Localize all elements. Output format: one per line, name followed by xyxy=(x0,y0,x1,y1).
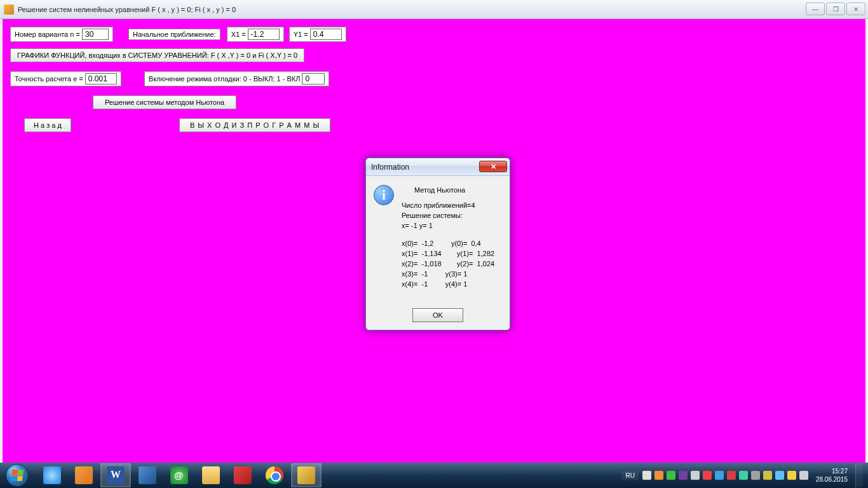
window-titlebar: Решение систем нелинейных уравнений F ( … xyxy=(0,0,868,19)
dialog-footer: OK xyxy=(366,303,510,330)
precision-input[interactable] xyxy=(85,73,117,85)
shield-icon xyxy=(234,466,252,484)
taskbar-item-security[interactable] xyxy=(227,463,258,487)
x1-input[interactable] xyxy=(248,29,280,40)
debug-label-text: Включение режима отладки: 0 - ВЫКЛ; 1 - … xyxy=(149,75,301,83)
precision-label: Точность расчета e = xyxy=(10,71,121,86)
tray-icons[interactable] xyxy=(642,471,808,480)
tray-icon[interactable] xyxy=(703,471,712,480)
minimize-button[interactable]: — xyxy=(806,3,825,15)
close-window-button[interactable]: ✕ xyxy=(846,3,865,15)
variant-label-text: Номер варианта n = xyxy=(15,30,80,38)
start-button[interactable] xyxy=(1,463,33,487)
debug-input[interactable] xyxy=(302,73,325,85)
app-icon xyxy=(4,4,14,15)
variant-label: Номер варианта n = xyxy=(10,27,113,42)
media-player-icon xyxy=(75,466,93,484)
tray-icon[interactable] xyxy=(799,471,808,480)
volume-icon xyxy=(139,466,156,484)
tray-icon[interactable] xyxy=(787,471,796,480)
dialog-titlebar[interactable]: Information ✕ xyxy=(366,158,510,176)
variant-input[interactable] xyxy=(82,29,109,40)
folder-icon xyxy=(202,466,220,484)
iteration-list: x(0)= -1,2 y(0)= 0,4 x(1)= -1,134 y(1)= … xyxy=(402,238,494,289)
taskbar-item-explorer[interactable] xyxy=(196,463,226,487)
taskbar-item-ie[interactable] xyxy=(37,463,67,487)
tray-icon[interactable] xyxy=(763,471,772,480)
chrome-icon xyxy=(266,466,283,484)
window-controls: — ❐ ✕ xyxy=(806,3,865,15)
dialog-close-button[interactable]: ✕ xyxy=(479,161,507,172)
maximize-button[interactable]: ❐ xyxy=(826,3,845,15)
clock-date: 28.06.2015 xyxy=(816,475,848,484)
method-title: Метод Ньютона xyxy=(414,185,494,195)
tray-icon[interactable] xyxy=(642,471,651,480)
info-icon: i xyxy=(374,185,394,205)
taskbar-item-mail[interactable] xyxy=(164,463,194,487)
tray-icon[interactable] xyxy=(715,471,724,480)
iteration-count: Число приближений=4 xyxy=(402,200,494,210)
windows-logo-icon xyxy=(11,470,24,481)
ie-icon xyxy=(43,466,61,484)
y1-label: Y1 = xyxy=(289,27,346,42)
show-desktop-button[interactable] xyxy=(855,463,863,487)
y1-label-text: Y1 = xyxy=(294,30,308,38)
tray-icon[interactable] xyxy=(739,471,748,480)
dialog-title: Information xyxy=(371,163,409,172)
taskbar-item-delphi[interactable] xyxy=(291,463,322,487)
dialog-content: Метод Ньютона Число приближений=4 Решени… xyxy=(402,185,494,289)
graphs-button[interactable]: ГРАФИКИ ФУНКЦИЙ, входящих в СИСТЕМУ УРАВ… xyxy=(10,48,304,62)
taskbar-item-media[interactable] xyxy=(69,463,99,487)
solution-values: x= -1 y= 1 xyxy=(402,220,494,231)
tray-icon[interactable] xyxy=(679,471,688,480)
y1-input[interactable] xyxy=(310,29,342,40)
tray-icon[interactable] xyxy=(727,471,736,480)
delphi-icon xyxy=(297,466,315,484)
word-icon xyxy=(107,466,125,484)
back-button[interactable]: Н а з а д xyxy=(24,118,71,132)
solution-header: Решение системы: xyxy=(402,210,494,220)
initial-label: Начальное приближение: xyxy=(128,29,220,40)
taskbar-items xyxy=(37,463,322,487)
tray-icon[interactable] xyxy=(691,471,700,480)
debug-label: Включение режима отладки: 0 - ВЫКЛ; 1 - … xyxy=(144,71,330,86)
ok-button[interactable]: OK xyxy=(412,308,463,322)
x1-label-text: X1 = xyxy=(231,30,246,38)
solve-button[interactable]: Решение системы методом Ньютона xyxy=(93,95,236,109)
taskbar-item-chrome[interactable] xyxy=(259,463,290,487)
taskbar-item-word[interactable] xyxy=(100,463,131,487)
mail-icon xyxy=(170,466,188,484)
exit-button[interactable]: В Ы Х О Д И З П Р О Г Р А М М Ы xyxy=(179,118,330,132)
taskbar-item-volume[interactable] xyxy=(132,463,163,487)
tray-icon[interactable] xyxy=(654,471,663,480)
tray-icon[interactable] xyxy=(667,471,675,480)
clock-time: 15:27 xyxy=(816,467,848,475)
clock[interactable]: 15:27 28.06.2015 xyxy=(812,467,851,484)
information-dialog: Information ✕ i Метод Ньютона Число приб… xyxy=(365,158,510,330)
tray-icon[interactable] xyxy=(775,471,784,480)
system-tray: RU 15:27 28.06.2015 xyxy=(621,463,867,487)
language-indicator[interactable]: RU xyxy=(621,471,638,480)
tray-icon[interactable] xyxy=(751,471,760,480)
taskbar: RU 15:27 28.06.2015 xyxy=(0,463,868,488)
dialog-body: i Метод Ньютона Число приближений=4 Реше… xyxy=(366,176,510,303)
x1-label: X1 = xyxy=(227,27,284,42)
window-title: Решение систем нелинейных уравнений F ( … xyxy=(18,6,236,13)
precision-label-text: Точность расчета e = xyxy=(15,75,83,83)
